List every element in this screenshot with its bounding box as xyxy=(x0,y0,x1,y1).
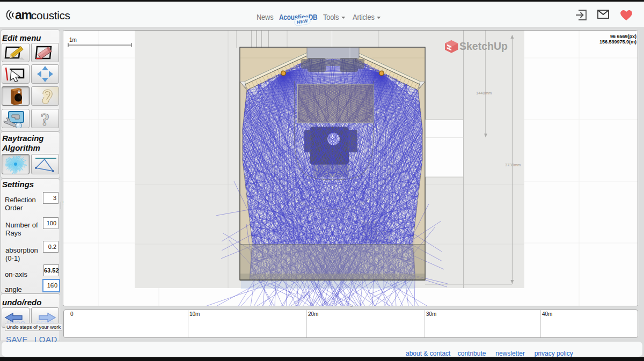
svg-text:156.539975.9(m): 156.539975.9(m) xyxy=(599,39,636,45)
svg-text:1448mm: 1448mm xyxy=(476,91,492,95)
svg-text:coustics: coustics xyxy=(31,9,70,21)
svg-text:96 6569(px): 96 6569(px) xyxy=(610,34,636,39)
svg-text:SketchUp: SketchUp xyxy=(459,40,508,52)
svg-text:3738mm: 3738mm xyxy=(505,163,521,167)
svg-text:?: ? xyxy=(41,109,50,128)
svg-text:1m: 1m xyxy=(69,37,77,43)
svg-text:am: am xyxy=(15,8,32,22)
